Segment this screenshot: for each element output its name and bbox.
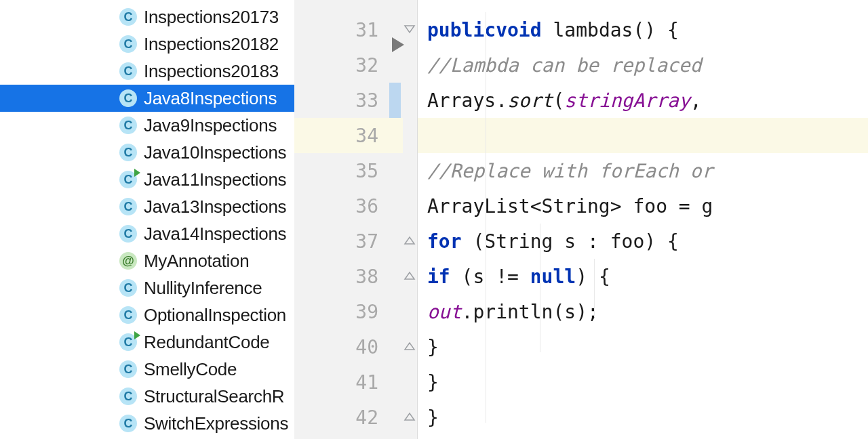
svg-marker-1 [405,237,414,244]
keyword: for [427,230,462,253]
code-line [418,0,868,12]
class-icon: C [119,8,137,26]
fold-down-icon[interactable] [403,23,416,35]
keyword: if [427,266,450,288]
class-icon: C [119,415,137,432]
editor-gutter[interactable]: 31 32 33 34 35 36 37 38 39 40 41 42 [294,0,418,439]
fold-up-icon[interactable] [403,340,416,352]
tree-item-java9inspections[interactable]: C Java9Inspections [0,112,294,139]
class-icon: C [119,279,137,297]
tree-label: StructuralSearchR [144,386,284,407]
line-number: 38 [294,259,403,294]
project-tree[interactable]: C Inspections20173 C Inspections20182 C … [0,0,294,439]
class-icon: C [119,333,137,351]
tree-item-redundantcode[interactable]: C RedundantCode [0,329,294,356]
code-text: .println(s); [462,301,599,323]
fold-up-icon[interactable] [403,270,416,282]
tree-label: RedundantCode [144,332,269,353]
class-icon: C [119,89,137,107]
keyword: void [496,19,541,41]
tree-label: Java10Inspections [144,142,286,163]
tree-item-structuralsearch[interactable]: C StructuralSearchR [0,383,294,410]
indent-guide [486,12,486,423]
run-badge-icon [134,331,140,339]
class-icon: C [119,360,137,378]
line-number: 42 [294,400,403,435]
line-number: 35 [294,153,403,188]
code-text: } [427,371,439,394]
svg-marker-2 [405,272,414,279]
svg-marker-3 [405,343,414,350]
line-number: 33 [294,83,403,118]
line-number: 34 [294,118,403,153]
ide-window: C Inspections20173 C Inspections20182 C … [0,0,868,439]
tree-label: Java13Inspections [144,196,286,217]
tree-label: Inspections20182 [144,34,279,55]
line-number: 41 [294,364,403,400]
tree-item-switchexpressions[interactable]: C SwitchExpressions [0,410,294,437]
line-number: 32 [294,47,403,83]
line-number: 40 [294,329,403,364]
class-icon: C [119,225,137,243]
comment: //Replace with forEach or [427,160,713,182]
annotation-icon: @ [119,252,137,270]
code-text: ( [553,89,564,112]
code-text: ArrayList<String> foo = g [427,195,713,217]
line-numbers: 31 32 33 34 35 36 37 38 39 40 41 42 [294,0,403,439]
tree-item-inspections20173[interactable]: C Inspections20173 [0,3,294,30]
run-gutter-icon[interactable] [392,37,404,52]
code-text: sort [507,89,553,112]
comment: //Lambda can be replaced [427,54,702,77]
tree-item-java11inspections[interactable]: C Java11Inspections [0,166,294,193]
tree-item-optionalinspection[interactable]: C OptionalInspection [0,301,294,329]
tree-label: OptionalInspection [144,305,286,326]
fold-up-icon[interactable] [403,411,416,423]
code-text: Arrays. [427,89,507,112]
keyword: null [530,266,576,288]
code-text: } [427,336,439,358]
tree-item-inspections20182[interactable]: C Inspections20182 [0,30,294,58]
tree-label: Java9Inspections [144,115,277,136]
indent-guide [594,259,595,317]
code-text: (s != [450,266,530,288]
code-editor[interactable]: public void lambdas() { //Lambda can be … [418,0,868,439]
tree-label: SwitchExpressions [144,413,288,434]
run-badge-icon [134,169,140,177]
gutter-markers [403,0,418,439]
tree-item-java14inspections[interactable]: C Java14Inspections [0,220,294,247]
tree-item-nullityinference[interactable]: C NullityInference [0,274,294,301]
class-icon: C [119,35,137,53]
class-icon: C [119,388,137,405]
svg-marker-0 [405,26,414,33]
code-text: ) { [576,266,610,288]
tree-label: Java8Inspections [144,88,277,109]
code-text: , [690,89,702,112]
tree-item-inspections20183[interactable]: C Inspections20183 [0,58,294,85]
line-number: 39 [294,294,403,329]
static-ref: out [427,301,462,323]
class-icon: C [119,306,137,324]
tree-label: Java14Inspections [144,224,286,245]
tree-item-smellycode[interactable]: C SmellyCode [0,356,294,383]
tree-label: Inspections20183 [144,61,279,82]
indent-guide [540,224,540,352]
line-number: 36 [294,188,403,224]
code-text: } [427,406,439,429]
code-text: lambdas() { [542,19,679,41]
tree-label: Inspections20173 [144,7,279,28]
fold-up-icon[interactable] [403,234,416,247]
field-ref: stringArray [564,89,690,112]
class-icon: C [119,62,137,80]
tree-item-java10inspections[interactable]: C Java10Inspections [0,139,294,166]
class-icon: C [119,198,137,215]
vcs-change-marker[interactable] [389,83,401,118]
tree-item-java13inspections[interactable]: C Java13Inspections [0,193,294,220]
tree-label: NullityInference [144,278,262,299]
tree-label: Java11Inspections [144,169,286,190]
tree-item-myannotation[interactable]: @ MyAnnotation [0,247,294,274]
line-number: 37 [294,224,403,259]
class-icon: C [119,117,137,134]
line-number [294,0,403,12]
tree-item-java8inspections[interactable]: C Java8Inspections [0,85,294,112]
class-icon: C [119,144,137,161]
